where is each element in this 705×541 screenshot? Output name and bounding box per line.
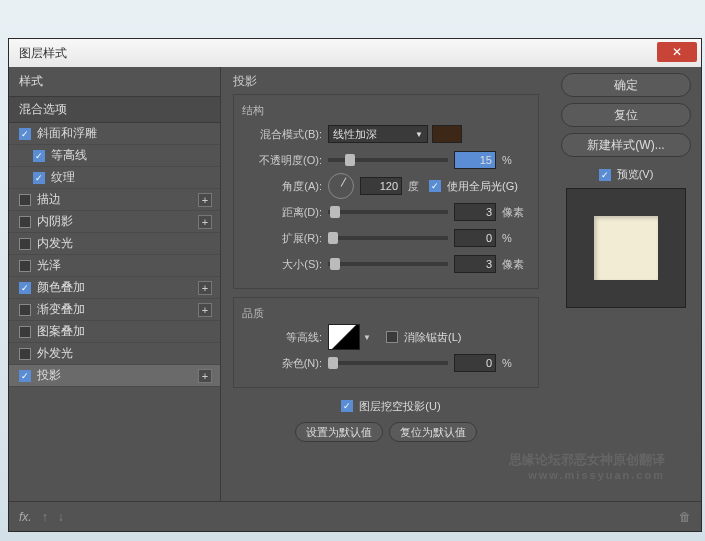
- angle-field[interactable]: 120: [360, 177, 402, 195]
- style-item-label: 光泽: [37, 257, 61, 274]
- style-item-label: 投影: [37, 367, 61, 384]
- plus-icon[interactable]: +: [198, 215, 212, 229]
- style-item[interactable]: 描边+: [9, 189, 220, 211]
- style-item-label: 颜色叠加: [37, 279, 85, 296]
- style-item[interactable]: 斜面和浮雕: [9, 123, 220, 145]
- plus-icon[interactable]: +: [198, 193, 212, 207]
- preview-checkbox[interactable]: 预览(V): [599, 167, 654, 182]
- plus-icon[interactable]: +: [198, 369, 212, 383]
- style-item[interactable]: 纹理: [9, 167, 220, 189]
- check-icon: [429, 180, 441, 192]
- contour-label: 等高线:: [242, 330, 322, 345]
- style-item-label: 斜面和浮雕: [37, 125, 97, 142]
- check-icon[interactable]: [19, 348, 31, 360]
- effect-settings-panel: 投影 结构 混合模式(B): 线性加深 ▼ 不透明度(O): 15 %: [221, 67, 551, 501]
- check-icon[interactable]: [19, 260, 31, 272]
- angle-dial[interactable]: [328, 173, 354, 199]
- noise-slider[interactable]: [328, 361, 448, 365]
- check-icon[interactable]: [33, 172, 45, 184]
- quality-label: 品质: [242, 306, 530, 321]
- structure-label: 结构: [242, 103, 530, 118]
- size-field[interactable]: 3: [454, 255, 496, 273]
- opacity-label: 不透明度(O):: [242, 153, 322, 168]
- check-icon[interactable]: [19, 128, 31, 140]
- preview-swatch: [594, 216, 658, 280]
- fx-icon[interactable]: fx.: [19, 510, 32, 524]
- style-item-label: 内阴影: [37, 213, 73, 230]
- style-item-label: 内发光: [37, 235, 73, 252]
- style-item[interactable]: 颜色叠加+: [9, 277, 220, 299]
- style-item-label: 图案叠加: [37, 323, 85, 340]
- preview-box: [566, 188, 686, 308]
- style-item-label: 外发光: [37, 345, 73, 362]
- global-light-checkbox[interactable]: 使用全局光(G): [429, 179, 518, 194]
- arrow-up-icon[interactable]: ↑: [42, 510, 48, 524]
- style-item[interactable]: 内发光: [9, 233, 220, 255]
- check-icon[interactable]: [19, 326, 31, 338]
- blend-mode-select[interactable]: 线性加深 ▼: [328, 125, 428, 143]
- antialias-checkbox[interactable]: 消除锯齿(L): [386, 330, 461, 345]
- chevron-down-icon: ▼: [415, 130, 423, 139]
- style-item[interactable]: 投影+: [9, 365, 220, 387]
- trash-icon[interactable]: 🗑: [679, 510, 691, 524]
- spread-label: 扩展(R):: [242, 231, 322, 246]
- noise-label: 杂色(N):: [242, 356, 322, 371]
- check-icon[interactable]: [19, 238, 31, 250]
- effect-title: 投影: [233, 73, 539, 90]
- close-button[interactable]: ✕: [657, 42, 697, 62]
- check-icon[interactable]: [19, 370, 31, 382]
- style-item[interactable]: 内阴影+: [9, 211, 220, 233]
- reset-default-button[interactable]: 复位为默认值: [389, 422, 477, 442]
- check-icon[interactable]: [19, 216, 31, 228]
- distance-slider[interactable]: [328, 210, 448, 214]
- opacity-field[interactable]: 15: [454, 151, 496, 169]
- style-item-label: 纹理: [51, 169, 75, 186]
- style-item[interactable]: 外发光: [9, 343, 220, 365]
- style-item[interactable]: 等高线: [9, 145, 220, 167]
- ok-button[interactable]: 确定: [561, 73, 691, 97]
- cancel-button[interactable]: 复位: [561, 103, 691, 127]
- titlebar[interactable]: 图层样式 ✕: [9, 39, 701, 67]
- dialog-title: 图层样式: [19, 45, 67, 62]
- dialog-body: 样式 混合选项 斜面和浮雕等高线纹理描边+内阴影+内发光光泽颜色叠加+渐变叠加+…: [9, 67, 701, 501]
- angle-label: 角度(A):: [242, 179, 322, 194]
- new-style-button[interactable]: 新建样式(W)...: [561, 133, 691, 157]
- distance-label: 距离(D):: [242, 205, 322, 220]
- spread-field[interactable]: 0: [454, 229, 496, 247]
- size-slider[interactable]: [328, 262, 448, 266]
- contour-picker[interactable]: ▼: [328, 324, 360, 350]
- plus-icon[interactable]: +: [198, 281, 212, 295]
- quality-group: 品质 等高线: ▼ 消除锯齿(L) 杂色(N): 0 %: [233, 297, 539, 388]
- check-icon: [386, 331, 398, 343]
- style-item-label: 等高线: [51, 147, 87, 164]
- watermark: 思缘论坛邪恶女神原创翻译 www.missyuan.com: [509, 451, 665, 481]
- plus-icon[interactable]: +: [198, 303, 212, 317]
- style-item[interactable]: 渐变叠加+: [9, 299, 220, 321]
- blend-mode-label: 混合模式(B):: [242, 127, 322, 142]
- style-item-label: 渐变叠加: [37, 301, 85, 318]
- check-icon[interactable]: [19, 282, 31, 294]
- style-item[interactable]: 图案叠加: [9, 321, 220, 343]
- check-icon[interactable]: [19, 304, 31, 316]
- size-label: 大小(S):: [242, 257, 322, 272]
- style-item-label: 描边: [37, 191, 61, 208]
- style-item[interactable]: 光泽: [9, 255, 220, 277]
- set-default-button[interactable]: 设置为默认值: [295, 422, 383, 442]
- arrow-down-icon[interactable]: ↓: [58, 510, 64, 524]
- distance-field[interactable]: 3: [454, 203, 496, 221]
- chevron-down-icon: ▼: [363, 333, 371, 342]
- check-icon: [599, 169, 611, 181]
- structure-group: 结构 混合模式(B): 线性加深 ▼ 不透明度(O): 15 % 角: [233, 94, 539, 289]
- right-panel: 确定 复位 新建样式(W)... 预览(V): [551, 67, 701, 501]
- shadow-color-swatch[interactable]: [432, 125, 462, 143]
- spread-slider[interactable]: [328, 236, 448, 240]
- styles-header[interactable]: 样式: [9, 67, 220, 96]
- noise-field[interactable]: 0: [454, 354, 496, 372]
- opacity-slider[interactable]: [328, 158, 448, 162]
- check-icon[interactable]: [19, 194, 31, 206]
- check-icon[interactable]: [33, 150, 45, 162]
- blend-options-header[interactable]: 混合选项: [9, 96, 220, 123]
- knockout-checkbox[interactable]: 图层挖空投影(U): [341, 399, 440, 414]
- styles-sidebar: 样式 混合选项 斜面和浮雕等高线纹理描边+内阴影+内发光光泽颜色叠加+渐变叠加+…: [9, 67, 221, 501]
- dialog-footer: fx. ↑ ↓ 🗑: [9, 501, 701, 531]
